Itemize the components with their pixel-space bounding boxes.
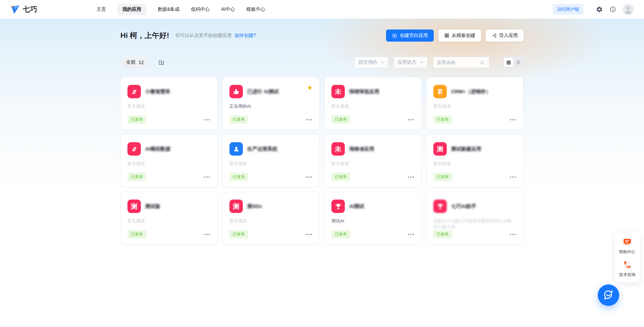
app-card-9[interactable]: 测 测SDs 暂无描述 已发布 [222,192,320,244]
search-input[interactable] [437,60,480,65]
card-footer: 已发布 [229,173,313,181]
nav-item-5[interactable]: 模板中心 [247,4,265,15]
card-more-button[interactable] [407,118,415,122]
user-avatar[interactable] [623,4,634,15]
top-navbar: 七巧 主页我的应用数据&集成低码中心AI中心模板中心 访问用户端 ? [0,0,644,19]
app-title: 七巧AI助手 [451,203,476,210]
tech-support-item[interactable]: 技术咨询 [616,260,638,278]
trophy-app-icon [433,200,447,213]
app-count: 12 [139,60,144,65]
nav-item-1[interactable]: 我的应用 [117,4,146,15]
card-footer: 已发布 [127,173,211,181]
card-head: 生产运营系统 [229,142,313,156]
create-blank-app-button[interactable]: 创建空白应用 [386,30,434,42]
ai-assistant-fab[interactable] [598,284,619,306]
app-description: 正在用的AI [229,103,313,109]
nav-item-4[interactable]: AI中心 [221,4,235,15]
list-view-button[interactable] [513,58,523,67]
status-filter-select[interactable]: 应用状态 [394,57,428,68]
card-more-button[interactable] [305,232,313,236]
card-head: 测 测SDs [229,200,313,213]
star-icon[interactable] [307,85,313,92]
visit-client-button[interactable]: 访问用户端 [553,4,583,15]
app-card-4[interactable]: AI模拟数据 暂无描述 已发布 [120,134,218,187]
tab-all-apps[interactable]: 全部 12 [120,57,150,68]
settings-gear-icon[interactable] [596,6,603,13]
card-more-button[interactable] [305,118,313,122]
app-title: CRM+（进销存） [451,89,491,95]
app-card-6[interactable]: 未 海南省应用 暂无描述 已发布 [324,134,422,187]
nav-item-0[interactable]: 主页 [97,4,106,15]
new-folder-icon[interactable] [158,59,165,66]
owner-filter-select[interactable]: 我管理的 [355,57,388,68]
card-more-button[interactable] [305,175,313,179]
app-description: 暂无描述 [127,103,211,109]
card-more-button[interactable] [509,118,517,122]
chevron-down-icon [381,60,385,64]
app-card-1[interactable]: 已进行 AI测试 正在用的AI 已发布 [222,77,320,130]
card-more-button[interactable] [509,232,517,236]
app-card-10[interactable]: AI测试 测试AI 已发布 [324,192,422,244]
app-title: 测试新建应用 [451,146,481,152]
card-more-button[interactable] [203,175,211,179]
app-card-8[interactable]: 测 测试版 暂无描述 已发布 [120,192,218,244]
card-more-button[interactable] [203,118,211,122]
greeting-subtitle: 你可以从这里开始创建应用 [175,33,231,39]
app-card-7[interactable]: 测 测试新建应用 暂无描述 已发布 [426,134,524,187]
main-nav: 主页我的应用数据&集成低码中心AI中心模板中心 [97,4,265,15]
import-app-button[interactable]: 导入应用 [486,30,524,42]
how-to-create-link[interactable]: 如何创建? [234,33,256,39]
card-head: 未 报销审批应用 [331,85,415,98]
card-more-button[interactable] [407,175,415,179]
navbar-divider [589,7,590,12]
app-description: 暂无描述 [331,103,415,109]
app-title: AI测试 [349,203,364,210]
owner-filter-value: 我管理的 [358,59,377,65]
app-name-search[interactable] [433,57,489,68]
app-logo[interactable]: 七巧 [10,4,38,14]
phone-icon [623,260,632,269]
published-status-badge: 已发布 [127,173,146,181]
chevron-down-icon [420,60,424,64]
card-footer: 已发布 [433,230,517,238]
status-filter-value: 应用状态 [397,59,416,65]
app-card-11[interactable]: 七巧AI助手 涵盖七巧AI能力与模板搭建低代码行业解决方案示例 已发布 [426,192,524,244]
create-blank-app-label: 创建空白应用 [400,33,428,39]
app-description: 暂无描述 [229,161,313,167]
published-status-badge: 已发布 [433,115,452,124]
published-status-badge: 已发布 [433,230,452,238]
doccheck-app-icon [433,85,447,98]
help-center-label: 帮助中心 [616,249,638,255]
card-footer: 已发布 [229,230,313,238]
create-from-template-button[interactable]: 从模板创建 [438,30,481,42]
app-description: 暂无描述 [229,218,313,224]
app-title: 生产运营系统 [247,146,277,152]
create-from-template-label: 从模板创建 [452,33,475,39]
nav-item-2[interactable]: 数据&集成 [158,4,179,15]
card-more-button[interactable] [509,175,517,179]
help-question-icon[interactable]: ? [609,6,616,13]
char-app-icon: 未 [331,85,345,98]
app-card-5[interactable]: 生产运营系统 暂无描述 已发布 [222,134,320,187]
grid-view-button[interactable] [504,58,513,67]
chat-bubble-icon [623,237,632,246]
char-app-icon: 测 [229,200,243,213]
logo-text: 七巧 [23,5,38,14]
tech-support-label: 技术咨询 [616,272,638,278]
card-more-button[interactable] [407,232,415,236]
app-card-3[interactable]: CRM+（进销存） 暂无描述 已发布 [426,77,524,130]
app-title: AI模拟数据 [145,146,170,152]
card-more-button[interactable] [203,232,211,236]
card-footer: 已发布 [127,230,211,238]
card-footer: 已发布 [127,115,211,124]
app-card-2[interactable]: 未 报销审批应用 暂无描述 已发布 [324,77,422,130]
hero-row: Hi 柯，上午好! 你可以从这里开始创建应用 如何创建? 创建空白应用 [120,30,524,42]
app-description: 涵盖七巧AI能力与模板搭建低代码行业解决方案示例 [433,218,517,230]
app-title: 已进行 AI测试 [247,89,279,95]
app-card-0[interactable]: 小微智慧库 暂无描述 已发布 [120,77,218,130]
all-tab-label: 全部 [126,59,136,65]
support-float-panel: 帮助中心 技术咨询 [614,232,640,282]
person-app-icon [229,142,243,156]
nav-item-3[interactable]: 低码中心 [191,4,210,15]
help-center-item[interactable]: 帮助中心 [616,237,638,255]
